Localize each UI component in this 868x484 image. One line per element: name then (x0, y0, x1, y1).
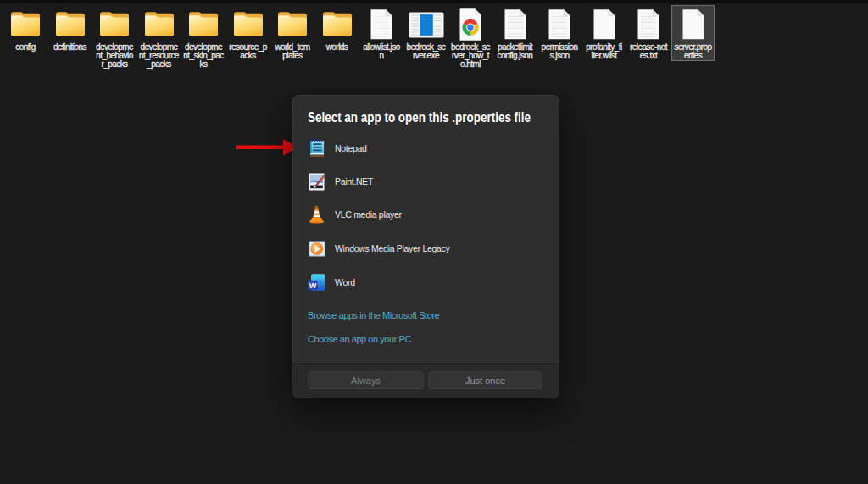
svg-text:W: W (309, 281, 317, 289)
